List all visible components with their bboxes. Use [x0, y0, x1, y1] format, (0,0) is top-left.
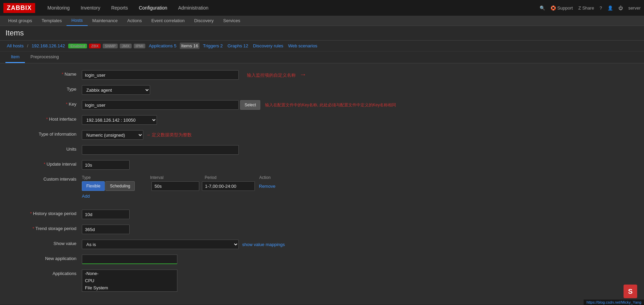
breadcrumb: All hosts / 192.168.126.142 Enabled ZBX …	[0, 41, 644, 51]
show-value-group: As is show value mappings	[82, 240, 285, 249]
nav-actions[interactable]: Actions	[122, 16, 147, 26]
btn-flexible[interactable]: Flexible	[82, 181, 105, 191]
user-icon[interactable]: 👤	[608, 5, 613, 11]
form-row-new-application: New application	[0, 255, 644, 264]
show-value-mappings-link[interactable]: show value mappings	[242, 242, 285, 247]
annotation-arrow-name: →	[299, 71, 306, 78]
nav-inventory[interactable]: Inventory	[75, 0, 106, 16]
watermark: S	[624, 285, 637, 298]
btn-scheduling[interactable]: Scheduling	[105, 181, 134, 191]
nav-monitoring[interactable]: Monitoring	[42, 0, 75, 16]
form-row-type: Type Zabbix agent	[0, 85, 644, 95]
label-new-application: New application	[0, 255, 82, 261]
logout-icon[interactable]: ⏻	[618, 5, 623, 11]
top-nav-items: Monitoring Inventory Reports Configurati…	[42, 0, 214, 16]
label-update-interval: Update interval	[0, 160, 82, 167]
top-navigation: ZABBIX Monitoring Inventory Reports Conf…	[0, 0, 644, 16]
form-row-units: Units	[0, 145, 644, 155]
nav-services[interactable]: Services	[218, 16, 245, 26]
tab-preprocessing[interactable]: Preprocessing	[25, 51, 64, 63]
breadcrumb-sep-1: /	[27, 43, 28, 48]
period-input[interactable]	[202, 181, 255, 191]
form-row-trend-storage: Trend storage period	[0, 225, 644, 234]
app-list-item-filesystem[interactable]: File System	[82, 284, 177, 291]
interval-input[interactable]	[151, 181, 199, 191]
server-label: server	[628, 5, 641, 11]
nav-administration[interactable]: Administration	[173, 0, 214, 16]
badge-snmp: SNMP	[103, 44, 118, 48]
col-header-period: Period	[205, 175, 259, 180]
label-key: Key	[0, 100, 82, 107]
breadcrumb-discovery-rules[interactable]: Discovery rules	[252, 43, 285, 49]
form-area: Name 输入监控项的自定义名称 → Type Zabbix agent Key…	[0, 63, 644, 304]
breadcrumb-applications[interactable]: Applications 5	[147, 43, 178, 49]
breadcrumb-graphs[interactable]: Graphs 12	[226, 43, 250, 49]
trend-storage-input[interactable]	[82, 225, 130, 234]
type-select[interactable]: Zabbix agent	[82, 85, 150, 95]
top-nav-right: 🔍 🛟 Support Z Share ? 👤 ⏻ server	[540, 5, 641, 11]
share-link[interactable]: Z Share	[578, 5, 594, 11]
breadcrumb-ip[interactable]: 192.168.126.142	[30, 43, 67, 49]
form-row-name: Name 输入监控项的自定义名称 →	[0, 70, 644, 80]
nav-event-correlation[interactable]: Event correlation	[147, 16, 190, 26]
badge-zbx: ZBX	[89, 44, 101, 48]
search-icon[interactable]: 🔍	[540, 5, 545, 11]
form-tabs: Item Preprocessing	[0, 51, 644, 63]
form-row-history-storage: History storage period	[0, 210, 644, 219]
intervals-header: Type Interval Period Action	[82, 175, 287, 180]
annotation-name: 输入监控项的自定义名称	[247, 73, 296, 78]
form-row-type-of-info: Type of information Numeric (unsigned) →…	[0, 130, 644, 140]
breadcrumb-items[interactable]: Items 16	[180, 43, 200, 49]
add-interval-link[interactable]: Add	[82, 194, 90, 199]
logo[interactable]: ZABBIX	[3, 3, 35, 13]
nav-host-groups[interactable]: Host groups	[3, 16, 37, 26]
name-input-group: 输入监控项的自定义名称 →	[82, 70, 306, 80]
url-bar: https://blog.csdn.net/Micky_Yang	[584, 300, 644, 304]
form-row-key: Key Select 输入在配置文件中的Key名称, 此处必须与配置文件中定义的…	[0, 100, 644, 110]
update-interval-input[interactable]	[82, 160, 130, 170]
label-custom-intervals: Custom intervals	[0, 175, 82, 182]
key-input[interactable]	[82, 100, 239, 110]
form-row-show-value: Show value As is show value mappings	[0, 240, 644, 249]
second-navigation: Host groups Templates Hosts Maintenance …	[0, 16, 644, 26]
label-name: Name	[0, 70, 82, 77]
history-storage-input[interactable]	[82, 210, 130, 219]
badge-enabled: Enabled	[68, 44, 87, 48]
form-row-applications: Applications -None- CPU File System	[0, 270, 644, 292]
select-button[interactable]: Select	[240, 100, 260, 110]
nav-templates[interactable]: Templates	[37, 16, 67, 26]
units-input[interactable]	[82, 145, 239, 155]
app-list-item-none[interactable]: -None-	[82, 270, 177, 277]
page-title: Items	[5, 29, 639, 37]
label-units: Units	[0, 145, 82, 152]
key-input-group: Select 输入在配置文件中的Key名称, 此处必须与配置文件中定义的Key名…	[82, 100, 396, 110]
help-icon[interactable]: ?	[600, 5, 602, 11]
app-list-item-cpu[interactable]: CPU	[82, 277, 177, 284]
support-link[interactable]: 🛟 Support	[551, 5, 573, 11]
new-application-input[interactable]	[82, 255, 177, 264]
tab-item[interactable]: Item	[5, 51, 25, 63]
breadcrumb-web-scenarios[interactable]: Web scenarios	[287, 43, 319, 49]
host-interface-select[interactable]: 192.168.126.142 : 10050	[82, 115, 157, 125]
applications-list: -None- CPU File System	[82, 270, 177, 292]
nav-maintenance[interactable]: Maintenance	[88, 16, 122, 26]
col-header-type: Type	[82, 175, 150, 180]
form-row-host-interface: Host interface 192.168.126.142 : 10050	[0, 115, 644, 125]
host-interface-group: 192.168.126.142 : 10050	[82, 115, 157, 125]
show-value-select[interactable]: As is	[82, 240, 239, 249]
label-type: Type	[0, 85, 82, 92]
nav-configuration[interactable]: Configuration	[133, 0, 173, 16]
type-select-group: Zabbix agent	[82, 85, 150, 95]
label-show-value: Show value	[0, 240, 82, 246]
name-input[interactable]	[82, 70, 239, 80]
label-type-of-info: Type of information	[0, 130, 82, 137]
form-row-custom-intervals: Custom intervals Type Interval Period Ac…	[0, 175, 644, 199]
breadcrumb-allhosts[interactable]: All hosts	[5, 43, 25, 49]
remove-interval-link[interactable]: Remove	[259, 184, 275, 189]
nav-discovery[interactable]: Discovery	[189, 16, 218, 26]
type-of-info-select[interactable]: Numeric (unsigned)	[82, 130, 143, 140]
annotation-key: 输入在配置文件中的Key名称, 此处必须与配置文件中定义的Key名称相同	[265, 102, 396, 108]
breadcrumb-triggers[interactable]: Triggers 2	[202, 43, 224, 49]
nav-hosts[interactable]: Hosts	[67, 16, 87, 26]
nav-reports[interactable]: Reports	[106, 0, 133, 16]
